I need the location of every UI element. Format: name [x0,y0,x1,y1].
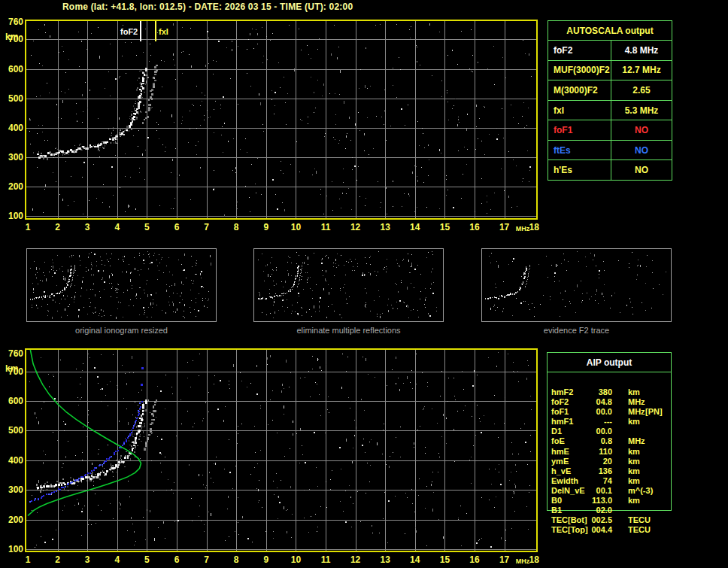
y-axis-unit-label: km [5,32,18,42]
x-tick-label: 2 [55,222,60,232]
table-row: Ewidth74km [548,466,674,476]
table-row: B102.0 [548,496,674,506]
thumbnail-caption: evidence F2 trace [481,326,672,335]
x-tick-label: 7 [204,222,209,232]
table-row: MUF(3000)F2 12.7 MHz [548,60,672,80]
table-row: hmE110km [548,437,674,447]
x-tick-label: 5 [144,554,150,565]
x-tick-label: 10 [291,222,301,232]
parameter-value: 004.4 [576,525,612,535]
x-tick-label: 16 [469,222,479,232]
parameter-label: fxI [548,101,611,120]
x-tick-label: 9 [263,554,268,565]
x-tick-label: 15 [440,554,450,565]
parameter-value: NO [611,120,672,140]
table-row: foF204.8MHz [548,387,674,397]
thumbnail-canvas [254,249,443,321]
thumbnail-eliminate-reflections [253,248,444,322]
x-tick-label: 1 [26,222,31,232]
table-row: foF2 4.8 MHz [548,41,672,60]
x-tick-label: 2 [55,554,60,565]
x-tick-label: 17 [499,554,509,565]
table-row: foF100.0MHz[PN] [548,397,674,407]
x-tick-label: 18 [529,222,539,232]
profile-ionogram-canvas [26,350,536,551]
table-row: DelN_vE00.1m^(-3) [548,476,674,486]
parameter-label: MUF(3000)F2 [548,61,611,80]
table-row: D100.0 [548,417,674,427]
thumbnail-evidence-f2-trace [481,248,672,322]
x-tick-label: 6 [174,222,180,232]
x-tick-label: 14 [410,554,420,565]
parameter-value: 5.3 MHz [611,101,672,120]
x-tick-label: 11 [321,222,331,232]
aip-table-rows: hmF2380km foF204.8MHz foF100.0MHz[PN] hm… [548,378,674,525]
table-row: hmF2380km [548,378,674,387]
page-title: Rome (lat: +41.8, lon: 012.5) - DATE: 20… [62,2,353,12]
x-tick-label: 15 [440,222,450,232]
x-tick-label: 13 [381,222,390,232]
x-axis-unit-label: MHz [516,225,530,232]
autoscala-output-table: AUTOSCALA output foF2 4.8 MHz MUF(3000)F… [548,20,672,181]
y-tick-label: 300 [0,484,23,495]
y-tick-label: 200 [0,181,23,192]
y-tick-label: 500 [0,93,23,104]
table-row: foE0.8MHz [548,427,674,436]
x-tick-label: 11 [321,554,331,565]
y-tick-label: 760 [0,348,23,359]
autoscala-screen: Rome (lat: +41.8, lon: 012.5) - DATE: 20… [0,0,728,568]
parameter-label: h'Es [548,160,611,180]
parameter-value: NO [611,141,672,160]
table-row: fxI 5.3 MHz [548,100,672,120]
thumbnail-caption: eliminate multiple reflections [253,326,444,335]
x-tick-label: 10 [291,554,301,565]
parameter-label: foF2 [548,41,611,60]
parameter-value: NO [611,160,672,180]
parameter-label: M(3000)F2 [548,80,611,100]
x-tick-label: 3 [85,554,90,565]
table-row: M(3000)F2 2.65 [548,80,672,100]
y-axis-unit-label: km [5,363,18,374]
profile-ionogram-plot [25,348,538,552]
table-row: B0113.0km [548,486,674,496]
autoscala-table-header: AUTOSCALA output [548,21,672,41]
x-tick-label: 16 [469,554,479,565]
table-row: h'Es NO [548,159,672,180]
x-tick-label: 7 [204,554,209,565]
x-tick-label: 17 [499,222,509,232]
parameter-label: foF1 [548,120,611,140]
table-row: ymE20km [548,447,674,457]
aip-output-table: AIP output hmF2380km foF204.8MHz foF100.… [547,352,675,533]
x-tick-label: 8 [234,222,239,232]
table-row: h_vE136km [548,457,674,466]
y-tick-label: 760 [0,17,23,27]
x-tick-label: 9 [263,222,268,232]
x-tick-label: 18 [529,554,539,565]
parameter-value: 2.65 [611,80,672,100]
thumbnail-caption: original ionogram resized [26,326,217,335]
y-tick-label: 400 [0,123,23,133]
x-axis-unit-label: MHz [516,557,530,565]
x-tick-label: 6 [174,554,180,565]
y-tick-label: 100 [0,544,23,554]
table-row: TEC[Bot]002.5TECU [548,506,674,515]
y-tick-label: 300 [0,152,23,163]
x-tick-label: 5 [144,222,150,232]
thumbnail-canvas [482,249,671,321]
x-tick-label: 13 [381,554,390,565]
parameter-unit: TECU [628,525,651,535]
aip-table-header: AIP output [548,353,671,372]
y-tick-label: 600 [0,64,23,74]
y-tick-label: 500 [0,425,23,436]
parameter-value: 4.8 MHz [611,41,672,60]
x-tick-label: 1 [26,554,31,565]
table-row: ftEs NO [548,140,672,160]
main-ionogram-canvas [26,21,536,218]
parameter-value: 12.7 MHz [611,61,672,80]
thumbnail-original-ionogram [26,248,217,322]
x-tick-label: 4 [114,222,120,232]
x-tick-label: 12 [350,554,360,565]
table-row: TEC[Top]004.4TECU [548,515,674,525]
x-tick-label: 8 [234,554,239,565]
x-tick-label: 4 [114,554,120,565]
